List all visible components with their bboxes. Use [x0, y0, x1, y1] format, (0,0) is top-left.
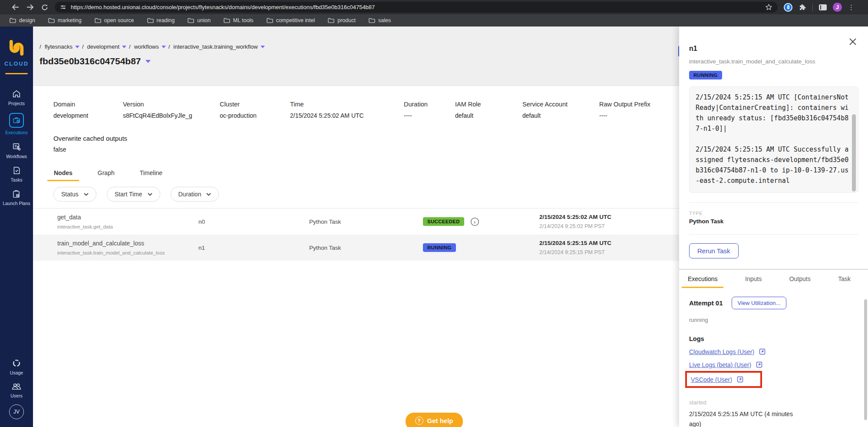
reload-icon[interactable] — [37, 1, 52, 13]
site-info-icon[interactable] — [60, 4, 66, 10]
tab-task[interactable]: Task — [832, 270, 857, 288]
external-link-icon[interactable] — [736, 376, 744, 383]
status-badge: SUCCEEDED — [423, 217, 464, 226]
bookmark-folder[interactable]: open source — [95, 17, 134, 23]
chevron-down-icon — [261, 46, 265, 48]
bookmark-folder[interactable]: ML tools — [224, 17, 254, 23]
back-icon[interactable] — [8, 1, 23, 13]
field-value: s8FtCqR4iEdBolxFyJle_g — [123, 112, 220, 119]
bookmark-folder[interactable]: marketing — [48, 17, 82, 23]
get-help-button[interactable]: ? Get help — [405, 413, 462, 427]
browser-profile-avatar[interactable]: J — [833, 3, 842, 12]
users-icon — [11, 382, 22, 391]
field-value: development — [53, 112, 123, 119]
log-scrollbar[interactable] — [852, 114, 856, 192]
tab-timeline[interactable]: Timeline — [133, 165, 169, 181]
password-manager-icon[interactable] — [784, 3, 792, 12]
tasks-icon — [12, 166, 21, 175]
duration-filter[interactable]: Duration — [171, 187, 219, 202]
tab-outputs[interactable]: Outputs — [783, 270, 817, 288]
status-filter[interactable]: Status — [53, 187, 96, 202]
node-task-path: interactive_task.train_model_and_calcula… — [57, 250, 198, 255]
field-label: Time — [290, 101, 404, 108]
attempt-status: running — [689, 317, 858, 323]
live-logs-link[interactable]: Live Logs (beta) (User) — [689, 361, 751, 368]
home-icon — [12, 89, 21, 99]
vscode-highlight-box: VSCode (User) — [685, 371, 762, 388]
divider — [689, 202, 858, 203]
started-value: 2/15/2024 5:25:15 AM UTC (4 minutes ago) — [689, 409, 805, 427]
field-value: oc-production — [220, 112, 290, 119]
log-output-box[interactable]: 2/15/2024 5:25:15 AM UTC [ContainersNotR… — [689, 86, 858, 193]
sidebar-item-projects[interactable]: Projects — [8, 89, 25, 106]
node-name[interactable]: train_model_and_calculate_loss — [57, 240, 198, 247]
panel-scrollbar[interactable] — [864, 299, 867, 420]
sidebar-item-tasks[interactable]: Tasks — [11, 166, 23, 182]
tab-inputs[interactable]: Inputs — [739, 270, 768, 288]
sidebar-item-usage[interactable]: Usage — [10, 358, 23, 375]
browser-menu-icon[interactable]: ⋮ — [848, 3, 855, 11]
cloudwatch-logs-link[interactable]: Cloudwatch Logs (User) — [689, 348, 754, 355]
logs-heading: Logs — [689, 335, 858, 342]
usage-icon — [12, 358, 21, 368]
chevron-down-icon — [84, 193, 89, 196]
log-link-row: Cloudwatch Logs (User) — [689, 348, 858, 355]
side-panel-icon[interactable] — [819, 4, 827, 10]
status-badge: RUNNING — [423, 243, 456, 252]
external-link-icon[interactable] — [756, 361, 763, 368]
url-bar[interactable]: https://demo.hosted.unionai.cloud/consol… — [55, 2, 778, 13]
sidebar-item-workflows[interactable]: Workflows — [6, 142, 27, 159]
sidebar-item-users[interactable]: Users — [10, 382, 22, 398]
executions-tab-content: Attempt 01 View Utilization... running L… — [679, 297, 868, 427]
sidebar-item-executions[interactable]: Executions — [5, 113, 27, 135]
breadcrumb-workflows[interactable]: workflows — [129, 43, 166, 50]
tab-executions[interactable]: Executions — [682, 270, 723, 288]
help-icon: ? — [415, 417, 423, 425]
browser-toolbar: https://demo.hosted.unionai.cloud/consol… — [0, 0, 868, 14]
bookmark-folder[interactable]: union — [188, 17, 211, 23]
executions-icon — [9, 113, 24, 128]
field-label: Service Account — [522, 101, 599, 108]
launch-plans-icon — [12, 189, 21, 199]
sidebar-divider — [5, 73, 28, 74]
chevron-down-icon — [75, 46, 79, 48]
tab-graph[interactable]: Graph — [91, 165, 121, 181]
extensions-puzzle-icon[interactable] — [799, 3, 806, 11]
bookmark-folder[interactable]: design — [10, 17, 35, 23]
breadcrumb-project[interactable]: flytesnacks — [40, 43, 79, 50]
panel-task-name: interactive_task.train_model_and_calcula… — [689, 58, 858, 65]
bookmark-folder[interactable]: product — [328, 17, 356, 23]
forward-icon[interactable] — [23, 1, 37, 13]
rerun-task-button[interactable]: Rerun Task — [689, 243, 739, 258]
user-avatar[interactable]: JV — [9, 404, 24, 419]
info-icon[interactable] — [470, 217, 479, 226]
external-link-icon[interactable] — [759, 348, 766, 355]
url-text[interactable]: https://demo.hosted.unionai.cloud/consol… — [71, 4, 765, 10]
chevron-down-icon — [206, 193, 211, 196]
cloud-wordmark: CLOUD — [4, 60, 29, 67]
breadcrumb-domain[interactable]: development — [82, 43, 126, 50]
field-value: ---- — [404, 112, 455, 119]
breadcrumb-workflow-name[interactable]: interactive_task.training_workflow — [168, 43, 265, 50]
node-type: Python Task — [309, 245, 423, 251]
node-name[interactable]: get_data — [57, 214, 198, 221]
field-label: Version — [123, 101, 220, 108]
close-icon[interactable] — [849, 38, 857, 46]
bookmark-star-icon[interactable] — [765, 3, 772, 11]
execution-title[interactable]: fbd35e0b316c04754b87 — [40, 56, 151, 66]
start-time-filter[interactable]: Start Time — [107, 187, 160, 202]
union-logo — [7, 39, 26, 57]
view-utilization-button[interactable]: View Utilization... — [732, 297, 787, 309]
panel-tabs: Executions Inputs Outputs Task — [679, 270, 868, 288]
tab-nodes[interactable]: Nodes — [47, 165, 79, 181]
breadcrumb: flytesnacks development workflows intera… — [40, 43, 265, 50]
field-label: Raw Output Prefix — [599, 101, 650, 108]
type-value: Python Task — [689, 218, 858, 225]
bookmark-folder[interactable]: competitive intel — [267, 17, 315, 23]
field-value: default — [522, 112, 599, 119]
bookmark-folder[interactable]: reading — [147, 17, 175, 23]
vscode-link[interactable]: VSCode (User) — [691, 376, 732, 383]
sidebar-item-launch-plans[interactable]: Launch Plans — [3, 189, 30, 206]
app-sidebar: CLOUD Projects Executions Workflows Task… — [0, 26, 33, 427]
bookmark-folder[interactable]: sales — [369, 17, 391, 23]
